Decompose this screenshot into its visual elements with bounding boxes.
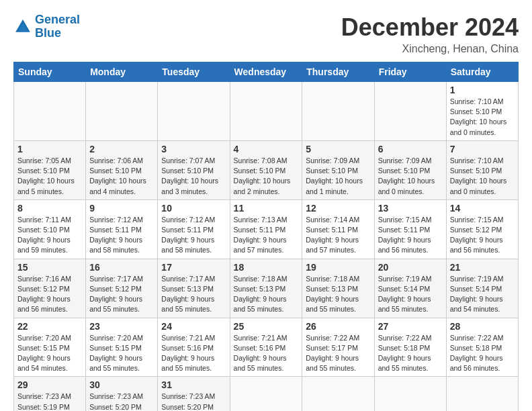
day-info: Sunrise: 7:23 AMSunset: 5:20 PMDaylight:… bbox=[161, 392, 226, 411]
calendar-day-cell: 20Sunrise: 7:19 AMSunset: 5:14 PMDayligh… bbox=[374, 259, 446, 318]
day-info: Sunrise: 7:21 AMSunset: 5:16 PMDaylight:… bbox=[234, 333, 299, 374]
weekday-header-row: SundayMondayTuesdayWednesdayThursdayFrid… bbox=[14, 62, 519, 82]
weekday-header-cell: Wednesday bbox=[230, 62, 302, 82]
day-number: 18 bbox=[234, 262, 299, 273]
calendar-day-cell bbox=[158, 82, 230, 141]
day-number: 20 bbox=[378, 262, 443, 273]
day-number: 1 bbox=[450, 85, 515, 95]
day-info: Sunrise: 7:22 AMSunset: 5:18 PMDaylight:… bbox=[450, 333, 515, 374]
day-number: 10 bbox=[161, 203, 226, 214]
logo-text: General Blue bbox=[35, 13, 80, 40]
day-info: Sunrise: 7:10 AMSunset: 5:10 PMDaylight:… bbox=[450, 97, 515, 138]
location-subtitle: Xincheng, Henan, China bbox=[341, 43, 519, 55]
day-info: Sunrise: 7:17 AMSunset: 5:13 PMDaylight:… bbox=[161, 274, 226, 315]
calendar-day-cell bbox=[446, 377, 518, 411]
day-info: Sunrise: 7:09 AMSunset: 5:10 PMDaylight:… bbox=[378, 156, 443, 197]
calendar-day-cell: 13Sunrise: 7:15 AMSunset: 5:11 PMDayligh… bbox=[374, 199, 446, 259]
calendar-day-cell bbox=[14, 82, 86, 141]
day-info: Sunrise: 7:15 AMSunset: 5:11 PMDaylight:… bbox=[378, 215, 443, 256]
day-number: 21 bbox=[450, 262, 515, 273]
calendar-day-cell: 27Sunrise: 7:22 AMSunset: 5:18 PMDayligh… bbox=[374, 318, 446, 377]
calendar-day-cell: 24Sunrise: 7:21 AMSunset: 5:16 PMDayligh… bbox=[158, 318, 230, 377]
calendar-day-cell: 4Sunrise: 7:08 AMSunset: 5:10 PMDaylight… bbox=[230, 140, 302, 199]
day-info: Sunrise: 7:19 AMSunset: 5:14 PMDaylight:… bbox=[450, 274, 515, 315]
calendar-day-cell: 1Sunrise: 7:05 AMSunset: 5:10 PMDaylight… bbox=[14, 140, 86, 199]
calendar-day-cell: 21Sunrise: 7:19 AMSunset: 5:14 PMDayligh… bbox=[446, 259, 518, 318]
day-number: 14 bbox=[450, 203, 515, 214]
day-info: Sunrise: 7:11 AMSunset: 5:10 PMDaylight:… bbox=[17, 215, 82, 256]
day-info: Sunrise: 7:07 AMSunset: 5:10 PMDaylight:… bbox=[161, 156, 226, 197]
calendar-day-cell: 22Sunrise: 7:20 AMSunset: 5:15 PMDayligh… bbox=[14, 318, 86, 377]
day-number: 13 bbox=[378, 203, 443, 214]
day-info: Sunrise: 7:05 AMSunset: 5:10 PMDaylight:… bbox=[17, 156, 82, 197]
calendar-body: 1Sunrise: 7:10 AMSunset: 5:10 PMDaylight… bbox=[14, 82, 519, 412]
day-number: 5 bbox=[306, 144, 370, 154]
calendar-day-cell bbox=[374, 82, 446, 141]
day-info: Sunrise: 7:10 AMSunset: 5:10 PMDaylight:… bbox=[450, 156, 515, 197]
calendar-day-cell: 30Sunrise: 7:23 AMSunset: 5:20 PMDayligh… bbox=[86, 377, 158, 411]
calendar-day-cell: 2Sunrise: 7:06 AMSunset: 5:10 PMDaylight… bbox=[86, 140, 158, 199]
day-number: 7 bbox=[450, 144, 515, 154]
weekday-header-cell: Monday bbox=[86, 62, 158, 82]
calendar-day-cell: 3Sunrise: 7:07 AMSunset: 5:10 PMDaylight… bbox=[158, 140, 230, 199]
calendar-day-cell: 17Sunrise: 7:17 AMSunset: 5:13 PMDayligh… bbox=[158, 259, 230, 318]
calendar-day-cell bbox=[230, 82, 302, 141]
day-number: 17 bbox=[161, 262, 226, 273]
calendar-week-row: 29Sunrise: 7:23 AMSunset: 5:19 PMDayligh… bbox=[14, 377, 519, 411]
calendar-day-cell: 7Sunrise: 7:10 AMSunset: 5:10 PMDaylight… bbox=[446, 140, 518, 199]
day-number: 30 bbox=[89, 379, 154, 390]
day-info: Sunrise: 7:09 AMSunset: 5:10 PMDaylight:… bbox=[306, 156, 370, 197]
calendar-day-cell: 9Sunrise: 7:12 AMSunset: 5:11 PMDaylight… bbox=[86, 199, 158, 259]
calendar-day-cell: 6Sunrise: 7:09 AMSunset: 5:10 PMDaylight… bbox=[374, 140, 446, 199]
day-info: Sunrise: 7:19 AMSunset: 5:14 PMDaylight:… bbox=[378, 274, 443, 315]
weekday-header-cell: Saturday bbox=[446, 62, 518, 82]
calendar-table: SundayMondayTuesdayWednesdayThursdayFrid… bbox=[13, 62, 519, 411]
title-block: December 2024 Xincheng, Henan, China bbox=[341, 13, 519, 55]
logo-icon bbox=[13, 17, 32, 36]
day-number: 12 bbox=[306, 203, 370, 214]
calendar-day-cell: 10Sunrise: 7:12 AMSunset: 5:11 PMDayligh… bbox=[158, 199, 230, 259]
day-info: Sunrise: 7:15 AMSunset: 5:12 PMDaylight:… bbox=[450, 215, 515, 256]
day-number: 29 bbox=[17, 379, 82, 390]
calendar-day-cell bbox=[86, 82, 158, 141]
day-number: 3 bbox=[161, 144, 226, 154]
day-info: Sunrise: 7:13 AMSunset: 5:11 PMDaylight:… bbox=[234, 215, 299, 256]
day-info: Sunrise: 7:23 AMSunset: 5:20 PMDaylight:… bbox=[89, 392, 154, 411]
calendar-day-cell: 29Sunrise: 7:23 AMSunset: 5:19 PMDayligh… bbox=[14, 377, 86, 411]
calendar-day-cell: 8Sunrise: 7:11 AMSunset: 5:10 PMDaylight… bbox=[14, 199, 86, 259]
page-header: General Blue December 2024 Xincheng, Hen… bbox=[13, 13, 519, 55]
calendar-day-cell bbox=[374, 377, 446, 411]
calendar-week-row: 1Sunrise: 7:10 AMSunset: 5:10 PMDaylight… bbox=[14, 82, 519, 141]
calendar-day-cell: 14Sunrise: 7:15 AMSunset: 5:12 PMDayligh… bbox=[446, 199, 518, 259]
day-number: 27 bbox=[378, 321, 443, 332]
calendar-week-row: 1Sunrise: 7:05 AMSunset: 5:10 PMDaylight… bbox=[14, 140, 519, 199]
day-number: 23 bbox=[89, 321, 154, 332]
weekday-header-cell: Tuesday bbox=[158, 62, 230, 82]
day-number: 1 bbox=[17, 144, 82, 154]
day-number: 8 bbox=[17, 203, 82, 214]
calendar-day-cell: 25Sunrise: 7:21 AMSunset: 5:16 PMDayligh… bbox=[230, 318, 302, 377]
day-number: 15 bbox=[17, 262, 82, 273]
calendar-day-cell: 1Sunrise: 7:10 AMSunset: 5:10 PMDaylight… bbox=[446, 82, 518, 141]
day-info: Sunrise: 7:14 AMSunset: 5:11 PMDaylight:… bbox=[306, 215, 370, 256]
weekday-header-cell: Friday bbox=[374, 62, 446, 82]
day-info: Sunrise: 7:08 AMSunset: 5:10 PMDaylight:… bbox=[234, 156, 299, 197]
calendar-week-row: 8Sunrise: 7:11 AMSunset: 5:10 PMDaylight… bbox=[14, 199, 519, 259]
day-info: Sunrise: 7:20 AMSunset: 5:15 PMDaylight:… bbox=[17, 333, 82, 374]
calendar-day-cell: 16Sunrise: 7:17 AMSunset: 5:12 PMDayligh… bbox=[86, 259, 158, 318]
calendar-week-row: 22Sunrise: 7:20 AMSunset: 5:15 PMDayligh… bbox=[14, 318, 519, 377]
day-info: Sunrise: 7:16 AMSunset: 5:12 PMDaylight:… bbox=[17, 274, 82, 315]
calendar-day-cell: 11Sunrise: 7:13 AMSunset: 5:11 PMDayligh… bbox=[230, 199, 302, 259]
day-info: Sunrise: 7:18 AMSunset: 5:13 PMDaylight:… bbox=[306, 274, 370, 315]
day-info: Sunrise: 7:18 AMSunset: 5:13 PMDaylight:… bbox=[234, 274, 299, 315]
calendar-day-cell: 31Sunrise: 7:23 AMSunset: 5:20 PMDayligh… bbox=[158, 377, 230, 411]
calendar-day-cell: 15Sunrise: 7:16 AMSunset: 5:12 PMDayligh… bbox=[14, 259, 86, 318]
day-number: 2 bbox=[89, 144, 154, 154]
day-number: 9 bbox=[89, 203, 154, 214]
day-number: 11 bbox=[234, 203, 299, 214]
day-info: Sunrise: 7:22 AMSunset: 5:17 PMDaylight:… bbox=[306, 333, 370, 374]
day-number: 25 bbox=[234, 321, 299, 332]
day-info: Sunrise: 7:20 AMSunset: 5:15 PMDaylight:… bbox=[89, 333, 154, 374]
calendar-day-cell bbox=[302, 377, 374, 411]
day-info: Sunrise: 7:12 AMSunset: 5:11 PMDaylight:… bbox=[161, 215, 226, 256]
